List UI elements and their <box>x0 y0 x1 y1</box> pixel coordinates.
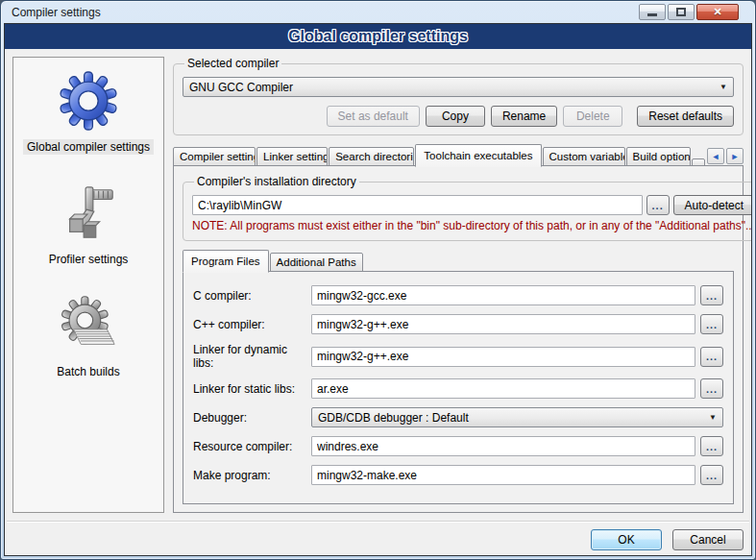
chevron-down-icon: ▼ <box>709 413 717 422</box>
static-linker-browse-button[interactable]: ... <box>700 378 723 399</box>
set-as-default-button[interactable]: Set as default <box>327 106 420 127</box>
caliper-icon <box>59 183 118 243</box>
installation-directory-group: Compiler's installation directory ... Au… <box>183 175 752 241</box>
form-row-static-linker: Linker for static libs: ... <box>193 378 723 399</box>
tab-linker-settings[interactable]: Linker settings <box>256 147 328 166</box>
form-row-resource-compiler: Resource compiler: ... <box>193 436 723 456</box>
auto-detect-button[interactable]: Auto-detect <box>673 195 752 215</box>
settings-category-list: Global compiler settings <box>12 57 164 513</box>
ok-button[interactable]: OK <box>591 529 662 550</box>
sidebar-item-batch-builds[interactable]: Batch builds <box>13 296 163 379</box>
maximize-button[interactable] <box>668 4 695 20</box>
window-title: Compiler settings <box>12 6 101 19</box>
sidebar-item-label: Global compiler settings <box>23 139 154 155</box>
delete-button[interactable]: Delete <box>563 106 622 127</box>
installation-directory-group-label: Compiler's installation directory <box>194 175 359 188</box>
compiler-settings-tabbar: Compiler settings Linker settings Search… <box>173 144 744 166</box>
cpp-compiler-input[interactable] <box>311 314 695 334</box>
cpp-compiler-browse-button[interactable]: ... <box>700 314 723 334</box>
tab-scroll-right-button[interactable]: ► <box>726 148 744 164</box>
debugger-combobox[interactable]: GDB/CDB debugger : Default ▼ <box>311 407 723 427</box>
c-compiler-label: C compiler: <box>193 289 306 303</box>
tab-additional-paths[interactable]: Additional Paths <box>270 253 363 272</box>
sidebar-item-profiler-settings[interactable]: Profiler settings <box>13 183 163 267</box>
compiler-settings-window: Compiler settings ✕ Global compiler sett… <box>0 0 756 560</box>
titlebar[interactable]: Compiler settings ✕ <box>4 1 752 23</box>
installation-directory-input[interactable] <box>192 195 643 215</box>
sidebar-item-label: Profiler settings <box>45 252 133 267</box>
form-row-cpp-compiler: C++ compiler: ... <box>193 314 723 334</box>
rename-button[interactable]: Rename <box>491 106 557 127</box>
chevron-down-icon: ▼ <box>719 83 727 91</box>
arrow-right-icon: ► <box>731 152 740 161</box>
copy-button[interactable]: Copy <box>426 106 485 127</box>
close-button[interactable]: ✕ <box>696 4 739 20</box>
dialog-header-title: Global compiler settings <box>288 28 468 45</box>
debugger-value: GDB/CDB debugger : Default <box>318 411 469 425</box>
resource-compiler-input[interactable] <box>311 436 695 456</box>
tab-scroll-left-button[interactable]: ◄ <box>707 148 724 164</box>
debugger-label: Debugger: <box>193 411 306 425</box>
sidebar-item-global-compiler-settings[interactable]: Global compiler settings <box>13 71 163 155</box>
tab-compiler-settings[interactable]: Compiler settings <box>173 147 256 166</box>
selected-compiler-group: Selected compiler GNU GCC Compiler ▼ Set… <box>173 57 744 135</box>
c-compiler-browse-button[interactable]: ... <box>700 285 723 305</box>
program-files-panel: C compiler: ... C++ compiler: ... Linker… <box>183 271 734 504</box>
gray-gear-papers-icon <box>59 296 118 355</box>
form-row-dynamic-linker: Linker for dynamic libs: ... <box>193 343 723 370</box>
dynamic-linker-input[interactable] <box>311 347 695 367</box>
c-compiler-input[interactable] <box>311 285 695 305</box>
tab-custom-variables[interactable]: Custom variables <box>543 147 625 166</box>
blue-gear-icon <box>59 71 118 131</box>
arrow-left-icon: ◄ <box>712 152 720 161</box>
cpp-compiler-label: C++ compiler: <box>193 318 306 331</box>
make-program-input[interactable] <box>311 465 695 485</box>
form-row-c-compiler: C compiler: ... <box>193 285 723 305</box>
installation-directory-browse-button[interactable]: ... <box>646 195 670 215</box>
dialog-header: Global compiler settings <box>5 24 751 49</box>
toolchain-executables-panel: Compiler's installation directory ... Au… <box>173 165 744 513</box>
dialog-content: Global compiler settings <box>4 23 752 556</box>
make-program-browse-button[interactable]: ... <box>700 465 723 485</box>
make-program-label: Make program: <box>193 469 306 482</box>
form-row-make-program: Make program: ... <box>193 465 723 485</box>
tab-build-options[interactable]: Build options <box>626 147 691 166</box>
dynamic-linker-label: Linker for dynamic libs: <box>193 343 306 370</box>
static-linker-input[interactable] <box>311 378 695 399</box>
tab-search-directories[interactable]: Search directories <box>329 147 414 166</box>
tab-partial-clipped[interactable] <box>692 158 705 166</box>
dynamic-linker-browse-button[interactable]: ... <box>700 347 723 367</box>
form-row-debugger: Debugger: GDB/CDB debugger : Default ▼ <box>193 407 723 427</box>
installation-directory-note: NOTE: All programs must exist either in … <box>192 219 752 232</box>
minimize-icon <box>647 13 657 16</box>
reset-defaults-button[interactable]: Reset defaults <box>637 106 734 127</box>
close-icon: ✕ <box>713 7 721 17</box>
selected-compiler-value: GNU GCC Compiler <box>189 81 293 94</box>
resource-compiler-label: Resource compiler: <box>193 440 306 453</box>
window-controls: ✕ <box>639 4 750 20</box>
selected-compiler-group-label: Selected compiler <box>184 57 281 70</box>
minimize-button[interactable] <box>639 4 666 20</box>
cancel-button[interactable]: Cancel <box>672 529 744 550</box>
dialog-footer: OK Cancel <box>5 523 751 555</box>
static-linker-label: Linker for static libs: <box>193 382 306 396</box>
maximize-icon <box>676 8 686 16</box>
tab-toolchain-executables[interactable]: Toolchain executables <box>415 144 541 167</box>
selected-compiler-combobox[interactable]: GNU GCC Compiler ▼ <box>183 77 734 97</box>
tab-program-files[interactable]: Program Files <box>183 250 269 273</box>
programs-tabbar: Program Files Additional Paths <box>183 250 734 272</box>
sidebar-item-label: Batch builds <box>53 364 123 379</box>
tab-scroll-buttons: ◄ ► <box>707 148 744 164</box>
resource-compiler-browse-button[interactable]: ... <box>700 436 723 456</box>
